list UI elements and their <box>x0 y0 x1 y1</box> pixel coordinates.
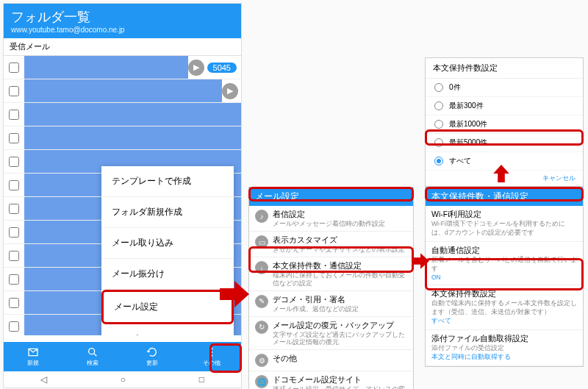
setting-attachment-auto[interactable]: 添付ファイル自動取得設定添付ファイルの受信設定本文と同時に自動取得する <box>426 330 583 366</box>
folder-checkbox[interactable] <box>9 157 19 167</box>
restore-icon: ↻ <box>255 321 268 334</box>
tab-received[interactable]: 受信メール <box>4 38 241 56</box>
panel-title: 本文保持件数・通信設定 <box>426 188 583 206</box>
menu-mail-import[interactable]: メール取り込み <box>101 228 234 259</box>
setting-display[interactable]: ▭表示カスタマイズきせかえテーマや文字サイズなどの表示設定 <box>249 232 413 257</box>
folder-checkbox[interactable] <box>9 227 19 238</box>
dialog-title: 本文保持件数設定 <box>426 58 583 79</box>
nav-back-icon[interactable]: ◁ <box>40 374 47 385</box>
reload-button[interactable]: 更新 <box>123 342 182 371</box>
bell-icon: ♪ <box>255 210 268 223</box>
arrow-up-icon <box>492 160 510 187</box>
radio-icon <box>434 83 443 92</box>
unread-badge: 5045 <box>207 63 237 73</box>
setting-other[interactable]: ⚙その他 <box>249 350 413 371</box>
setting-docomo-site[interactable]: 🌐ドコモメール設定サイト迷惑メール設定、受信サイズ、アドレスの変更・確認（ブラウ… <box>249 371 413 389</box>
svg-point-3 <box>210 351 212 354</box>
phone-icon: ▭ <box>255 235 268 249</box>
setting-retention-count[interactable]: 本文保持件数設定自動で端末内に保持するメール本文件数を設定します（受信、送信、未… <box>426 285 583 330</box>
folder-checkbox[interactable] <box>9 180 19 190</box>
setting-retention[interactable]: ↓本文保持件数・通信設定端末内に保持しておくメールの件数や自動受信などの設定 <box>249 257 413 290</box>
menu-mail-settings[interactable]: メール設定 <box>101 290 234 324</box>
mail-settings-panel: メール設定 ♪着信設定メールやメッセージ着信時の動作設定 ▭表示カスタマイズきせ… <box>248 187 414 389</box>
radio-icon <box>434 101 443 110</box>
search-button[interactable]: 検索 <box>63 342 123 371</box>
folder-checkbox[interactable] <box>9 251 19 261</box>
folder-row[interactable]: ▶ 5045 <box>4 56 241 79</box>
folder-row[interactable]: ▶ <box>4 79 241 103</box>
menu-mail-sort[interactable]: メール振分け <box>101 259 234 290</box>
option-1000[interactable]: 最新1000件 <box>426 115 583 134</box>
setting-backup[interactable]: ↻メール設定の復元・バックアップ文字サイズ設定など過去にバックアップしたメール設… <box>249 317 413 350</box>
setting-wifi[interactable]: Wi-Fi利用設定Wi-Fi環境下でドコモメールを利用するためには、dアカウント… <box>426 206 583 242</box>
folder-checkbox[interactable] <box>9 133 19 143</box>
radio-icon <box>434 138 443 147</box>
folder-checkbox[interactable] <box>9 110 19 120</box>
option-5000[interactable]: 最新5000件 <box>426 134 583 152</box>
folder-row[interactable] <box>4 103 241 126</box>
menu-folder-new[interactable]: フォルダ新規作成 <box>101 197 234 228</box>
svg-text:+: + <box>36 348 39 352</box>
folder-checkbox[interactable] <box>9 274 19 285</box>
retention-settings-panel: 本文保持件数・通信設定 Wi-Fi利用設定Wi-Fi環境下でドコモメールを利用す… <box>425 187 584 367</box>
setting-auto-comm[interactable]: 自動通信設定新着メールを含むサーバとの通信を自動で行いますON <box>426 242 583 285</box>
nav-home-icon[interactable]: ○ <box>121 374 126 385</box>
globe-icon: 🌐 <box>255 375 268 388</box>
arrow-icon <box>412 252 429 270</box>
folder-list: ▶ 5045 ▶ テンプレートで作成 フォルダ新規作成 メール取り込み メール振… <box>4 56 241 335</box>
folder-checkbox[interactable] <box>9 86 19 96</box>
nav-recent-icon[interactable]: □ <box>199 374 204 385</box>
option-300[interactable]: 最新300件 <box>426 97 583 115</box>
svg-point-2 <box>210 348 212 350</box>
account-email: www.youtube.tamo@docomo.ne.jp <box>11 26 234 34</box>
folder-checkbox[interactable] <box>9 204 19 214</box>
more-menu-popup: テンプレートで作成 フォルダ新規作成 メール取り込み メール振分け メール設定 … <box>101 166 234 335</box>
android-navbar: ◁ ○ □ <box>4 371 241 388</box>
new-mail-button[interactable]: +新規 <box>4 342 63 371</box>
folder-checkbox[interactable] <box>9 321 19 332</box>
app-title: フォルダ一覧 <box>11 8 234 26</box>
svg-point-1 <box>89 349 95 354</box>
folder-checkbox[interactable] <box>9 63 19 73</box>
flag-icon: ▶ <box>222 83 238 99</box>
radio-icon <box>434 157 443 165</box>
svg-point-4 <box>210 354 212 357</box>
more-button[interactable]: その他 <box>182 342 241 371</box>
panel-title: メール設定 <box>249 188 413 206</box>
menu-help[interactable]: ヘルプ <box>101 324 234 335</box>
bottom-toolbar: +新規 検索 更新 その他 <box>4 342 241 371</box>
folder-row[interactable] <box>4 126 241 150</box>
download-icon: ↓ <box>255 261 268 274</box>
radio-icon <box>434 120 443 129</box>
setting-decome[interactable]: ✎デコメ・引用・署名メール作成、返信などの設定 <box>249 291 413 317</box>
pencil-icon: ✎ <box>255 295 268 308</box>
app-header: フォルダ一覧 www.youtube.tamo@docomo.ne.jp <box>4 4 241 38</box>
setting-incoming[interactable]: ♪着信設定メールやメッセージ着信時の動作設定 <box>249 206 413 232</box>
folder-checkbox[interactable] <box>9 298 19 308</box>
option-0[interactable]: 0件 <box>426 79 583 97</box>
menu-template-create[interactable]: テンプレートで作成 <box>101 166 234 197</box>
flag-icon: ▶ <box>188 60 204 76</box>
main-app-window: フォルダ一覧 www.youtube.tamo@docomo.ne.jp 受信メ… <box>3 3 242 388</box>
arrow-icon <box>220 279 249 309</box>
gear-icon: ⚙ <box>255 354 268 367</box>
